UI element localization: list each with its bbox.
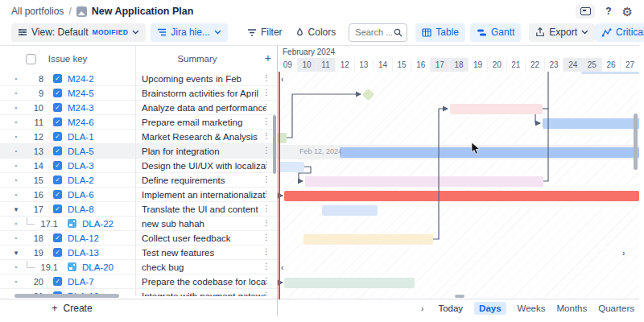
row-menu-icon[interactable]: ⋮ — [262, 262, 270, 270]
row-menu-icon[interactable]: ⋮ — [262, 146, 270, 155]
row-menu-icon[interactable]: ⋮ — [262, 102, 270, 111]
chart-horizontal-scrollbar[interactable] — [455, 295, 464, 298]
issue-summary[interactable]: Prepare the codebase for localization — [142, 277, 266, 287]
column-summary[interactable]: Summary — [135, 54, 259, 64]
filter-button[interactable]: Filter — [241, 23, 289, 42]
row-marker[interactable]: • — [10, 191, 23, 198]
table-row[interactable]: • 16 ✓ DLA-6 Implement an internationali… — [0, 188, 277, 202]
table-view-button[interactable]: Table — [415, 23, 465, 42]
row-menu-icon[interactable]: ⋮ — [262, 276, 270, 285]
search-input[interactable] — [353, 27, 394, 38]
row-menu-icon[interactable]: ⋮ — [262, 131, 270, 140]
zoom-level-months[interactable]: Months — [557, 303, 588, 313]
issue-key-link[interactable]: DLA-8 — [68, 204, 94, 214]
gantt-view-button[interactable]: Gantt — [470, 23, 521, 42]
issue-summary[interactable]: Brainstorm activities for April — [142, 89, 266, 98]
row-menu-icon[interactable]: ⋮ — [262, 218, 270, 227]
issue-key-link[interactable]: DLA-6 — [68, 190, 94, 200]
row-marker[interactable]: • — [10, 75, 23, 82]
table-vertical-scrollbar[interactable] — [273, 115, 276, 174]
row-menu-icon[interactable]: ⋮ — [262, 204, 270, 213]
issue-summary[interactable]: Prepare email marketing — [142, 118, 266, 127]
row-menu-icon[interactable]: ⋮ — [262, 117, 270, 126]
critical-path-button[interactable]: Critical Path — [595, 23, 644, 42]
table-row[interactable]: • 13 ✓ DLA-5 Plan for integration ⋮ — [0, 144, 277, 159]
table-horizontal-scrollbar[interactable] — [14, 294, 119, 298]
table-row[interactable]: • 17.1 DLA-22 new sub hahah ⋮ — [0, 217, 277, 231]
issue-summary[interactable]: Plan for integration — [142, 147, 266, 156]
issue-key-link[interactable]: M24-6 — [68, 118, 94, 127]
issue-summary[interactable]: Integrate with payment gateways — [142, 291, 266, 297]
row-marker[interactable]: • — [10, 176, 23, 184]
row-marker[interactable]: • — [10, 89, 23, 97]
export-button[interactable]: Export — [529, 23, 595, 42]
issue-summary[interactable]: Define requirements — [142, 175, 266, 185]
issue-summary[interactable]: Collect user feedback — [142, 233, 266, 243]
issue-key-link[interactable]: DLA-5 — [68, 147, 94, 156]
row-marker[interactable]: • — [10, 162, 23, 169]
issue-key-link[interactable]: DLA-13 — [68, 248, 99, 258]
row-marker[interactable]: • — [10, 234, 23, 242]
view-selector[interactable]: View: Default MODIFIED — [11, 23, 146, 42]
issue-key-link[interactable]: DLA-12 — [68, 233, 99, 243]
issue-key-link[interactable]: DLA-1 — [68, 132, 94, 142]
table-row[interactable]: • 14 ✓ DLA-3 Design the UI/UX with local… — [0, 159, 277, 173]
row-menu-icon[interactable]: ⋮ — [262, 160, 270, 169]
table-row[interactable]: • 10 ✓ M24-3 Analyze data and performanc… — [0, 101, 277, 115]
issue-key-link[interactable]: M24-2 — [68, 74, 94, 84]
issue-summary[interactable]: new sub hahah — [142, 219, 266, 229]
row-marker[interactable]: • — [10, 147, 23, 155]
chart-vertical-scrollbar[interactable] — [634, 114, 638, 170]
table-row[interactable]: • 18 ✓ DLA-12 Collect user feedback ⋮ — [0, 231, 277, 246]
issue-summary[interactable]: Test new features — [142, 248, 266, 258]
issue-summary[interactable]: Analyze data and performance — [142, 103, 266, 113]
row-menu-icon[interactable]: ⋮ — [262, 175, 270, 184]
row-menu-icon[interactable]: ⋮ — [262, 233, 270, 242]
issue-summary[interactable]: check bug — [142, 262, 266, 272]
issue-summary[interactable]: Translate the UI and content — [142, 204, 266, 214]
hierarchy-selector[interactable]: Jira hie... — [151, 23, 228, 42]
table-row[interactable]: ▾ 19 ✓ DLA-13 Test new features ⋮ — [0, 246, 277, 260]
colors-button[interactable]: Colors — [289, 23, 343, 42]
help-icon[interactable]: ? — [605, 6, 611, 17]
row-marker[interactable]: • — [10, 263, 23, 270]
row-marker[interactable]: • — [10, 104, 23, 111]
issue-key-link[interactable]: M24-5 — [68, 89, 94, 98]
expand-chevron-icon[interactable]: › — [421, 303, 424, 313]
row-menu-icon[interactable]: ⋮ — [262, 189, 270, 198]
table-row[interactable]: • 9 ✓ M24-5 Brainstorm activities for Ap… — [0, 86, 277, 101]
row-marker[interactable]: • — [10, 278, 23, 285]
zoom-level-quarters[interactable]: Quarters — [598, 303, 634, 313]
row-menu-icon[interactable]: ⋮ — [262, 88, 270, 97]
feedback-icon[interactable] — [576, 5, 595, 19]
issue-summary[interactable]: Implement an internationalization framew… — [142, 190, 266, 200]
breadcrumb-all-portfolios[interactable]: All portfolios — [11, 6, 64, 17]
row-marker[interactable]: ▾ — [10, 205, 23, 213]
issue-summary[interactable]: Market Research & Analysis — [142, 132, 266, 142]
row-marker[interactable]: ▾ — [10, 249, 23, 257]
gear-icon[interactable]: ⚙ — [622, 6, 633, 18]
issue-summary[interactable]: Upcoming events in Feb — [142, 74, 266, 84]
column-issue-key[interactable]: Issue key — [0, 54, 135, 64]
row-menu-icon[interactable]: ⋮ — [262, 73, 270, 82]
add-column-button[interactable]: + — [265, 52, 271, 64]
table-row[interactable]: • 20 ✓ DLA-7 Prepare the codebase for lo… — [0, 275, 277, 289]
table-row[interactable]: • 15 ✓ DLA-2 Define requirements ⋮ — [0, 173, 277, 188]
issue-key-link[interactable]: DLA-2 — [68, 175, 94, 185]
issue-key-link[interactable]: DLA-20 — [82, 262, 114, 272]
create-button[interactable]: Create — [64, 303, 93, 314]
table-row[interactable]: • 8 ✓ M24-2 Upcoming events in Feb ⋮ — [0, 72, 277, 86]
row-menu-icon[interactable]: ⋮ — [262, 247, 270, 256]
table-row[interactable]: • 12 ✓ DLA-1 Market Research & Analysis … — [0, 130, 277, 144]
issue-key-link[interactable]: DLA-3 — [68, 161, 94, 171]
table-row[interactable]: • 19.1 DLA-20 check bug ⋮ — [0, 260, 277, 275]
row-menu-icon[interactable]: ⋮ — [262, 291, 270, 296]
zoom-level-days[interactable]: Days — [474, 302, 506, 315]
issue-key-link[interactable]: DLA-7 — [68, 277, 94, 287]
issue-key-link[interactable]: M24-3 — [68, 103, 94, 113]
row-marker[interactable]: • — [10, 118, 23, 126]
search-icon[interactable] — [394, 28, 402, 37]
table-row[interactable]: ▾ 17 ✓ DLA-8 Translate the UI and conten… — [0, 202, 277, 217]
row-marker[interactable]: • — [10, 133, 23, 140]
table-row[interactable]: • 11 ✓ M24-6 Prepare email marketing ⋮ — [0, 115, 277, 130]
